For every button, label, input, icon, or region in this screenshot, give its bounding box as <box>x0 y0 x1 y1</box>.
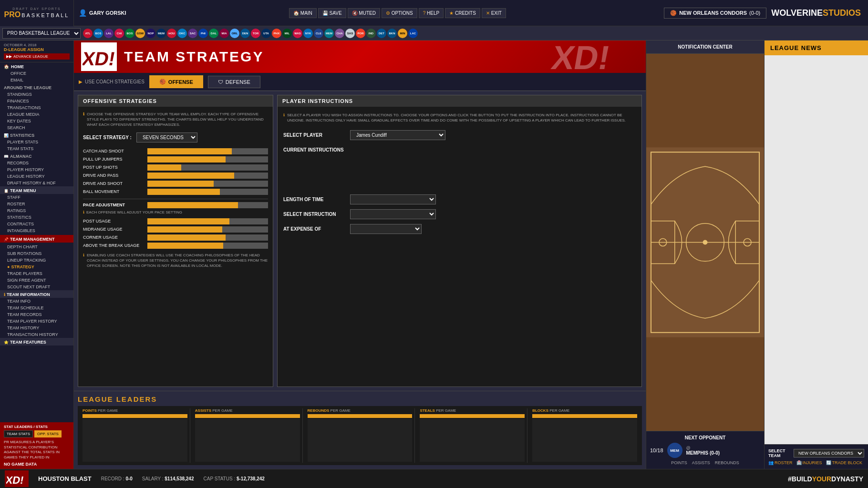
team-icon[interactable]: BOS <box>93 29 103 38</box>
team-icon[interactable]: MEM <box>156 29 166 38</box>
sidebar-item-trade-players[interactable]: TRADE PLAYERS <box>0 270 73 277</box>
expense-select[interactable] <box>350 224 422 234</box>
team-icon[interactable]: ATL <box>83 29 93 38</box>
sidebar-almanac-header[interactable]: 📖 ALMANAC <box>0 152 73 160</box>
sidebar-item-office[interactable]: OFFICE <box>0 70 73 77</box>
use-coach-button[interactable]: ▶ USE COACH STRATEGIES <box>79 79 145 84</box>
sidebar-item-scout-next-draft[interactable]: SCOUT NEXT DRAFT <box>0 284 73 290</box>
sidebar-item-team-schedule[interactable]: TEAM SCHEDULE <box>0 305 73 311</box>
team-icon[interactable]: MIN <box>398 29 407 38</box>
team-icon[interactable]: NOP <box>146 29 155 38</box>
select-team-dropdown[interactable]: NEW ORLEANS CONDORS <box>794 449 864 458</box>
instruction-select[interactable] <box>350 209 436 219</box>
team-icon[interactable]: BKN <box>387 29 397 38</box>
sidebar-item-sub-rotations[interactable]: SUB ROTATIONS <box>0 250 73 257</box>
sidebar-item-transactions[interactable]: TRANSACTIONS <box>0 104 73 111</box>
sidebar-item-key-dates[interactable]: KEY DATES <box>0 118 73 124</box>
team-icon[interactable]: BOS <box>125 29 134 38</box>
strategy-select[interactable]: SEVEN SECONDS MOTION OFFENSE TRIANGLE PR… <box>136 132 197 142</box>
sidebar-item-team-player-history[interactable]: TEAM PLAYER HISTORY <box>0 318 73 325</box>
sidebar-item-email[interactable]: EMAIL <box>0 77 73 83</box>
help-button[interactable]: ? HELP <box>419 8 444 18</box>
length-select[interactable] <box>350 194 436 204</box>
sidebar-team-menu-header[interactable]: 📋 TEAM MENU <box>0 186 73 194</box>
team-icon[interactable]: TOR <box>251 29 260 38</box>
sidebar-item-team-info[interactable]: TEAM INFO <box>0 298 73 305</box>
sidebar-item-intangibles[interactable]: INTANGIBLES <box>0 227 73 234</box>
team-icon[interactable]: NYK <box>303 29 313 38</box>
muted-button[interactable]: 🔇 MUTED <box>348 8 380 18</box>
team-icon[interactable]: CHI <box>114 29 124 38</box>
sidebar-around-header[interactable]: AROUND THE LEAGUE <box>0 83 73 91</box>
sidebar-team-mgmt-header[interactable]: 📌 TEAM MANAGEMENT <box>0 235 73 243</box>
sidebar-item-staff[interactable]: STAFF <box>0 194 73 201</box>
player-select[interactable]: James Cundiff <box>350 130 445 140</box>
credits-button[interactable]: ★ CREDITS <box>445 8 480 18</box>
team-icon[interactable]: PHX <box>272 29 281 38</box>
sidebar-team-info-header[interactable]: ℹ TEAM INFORMATION <box>0 290 73 298</box>
team-icon[interactable]: ORL <box>230 29 239 38</box>
exit-button[interactable]: ✕ EXIT <box>482 8 506 18</box>
team-icon[interactable]: MIA <box>219 29 229 38</box>
team-icon[interactable]: MEM <box>324 29 334 38</box>
sidebar-home-header[interactable]: 🏠 HOME <box>0 62 73 70</box>
team-icon[interactable]: IND <box>366 29 376 38</box>
save-button[interactable]: 💾 SAVE <box>318 8 346 18</box>
main-button[interactable]: 🏠 MAIN <box>289 8 317 18</box>
sidebar-item-lineup-tracking[interactable]: LINEUP TRACKING <box>0 257 73 264</box>
advance-league-button[interactable]: ▶▶ ADVANCE LEAGUE <box>4 53 70 60</box>
team-icon[interactable]: GSW <box>135 29 145 38</box>
team-icon[interactable]: HOU <box>167 29 176 38</box>
sidebar-item-transaction-history[interactable]: TRANSACTION HISTORY <box>0 331 73 338</box>
leaders-grid: POINTS PER GAME ASSISTS PER GAME <box>78 406 642 465</box>
sidebar-item-roster[interactable]: ROSTER <box>0 201 73 207</box>
sidebar-team-features-header[interactable]: ⭐ TEAM FEATURES <box>0 338 73 346</box>
team-icon[interactable]: PHI <box>198 29 208 38</box>
roster-link[interactable]: 👥 ROSTER <box>768 460 793 465</box>
team-icon[interactable]: WAS <box>293 29 302 38</box>
sidebar-item-search[interactable]: SEARCH <box>0 124 73 131</box>
sidebar-item-team-statistics[interactable]: STATISTICS <box>0 214 73 221</box>
team-icon[interactable]: OKC <box>177 29 187 38</box>
sidebar-item-draft-history[interactable]: DRAFT HISTORY & HOF <box>0 180 73 186</box>
sidebar-statistics-header[interactable]: 📊 STATISTICS <box>0 131 73 139</box>
sidebar-item-records[interactable]: RECORDS <box>0 160 73 166</box>
league-select[interactable]: PRO BASKETBALL LEAGUE <box>2 28 81 39</box>
leaders-assists-col: ASSISTS PER GAME <box>193 408 303 463</box>
sidebar-item-team-stats[interactable]: TEAM STATS <box>0 145 73 152</box>
team-icon[interactable]: LAC <box>408 29 418 38</box>
user-icon: 👤 <box>79 9 87 17</box>
opp-stats-button[interactable]: OPP. STATS <box>34 430 62 437</box>
sidebar-item-player-stats[interactable]: PLAYER STATS <box>0 139 73 145</box>
team-logo-small-svg: XD! <box>6 472 28 486</box>
sidebar-item-strategy[interactable]: ● STRATEGY <box>0 264 73 270</box>
sidebar-item-league-media[interactable]: LEAGUE MEDIA <box>0 111 73 118</box>
team-icon[interactable]: DAL <box>209 29 218 38</box>
sidebar-item-team-records[interactable]: TEAM RECORDS <box>0 311 73 318</box>
team-icon[interactable]: LAL <box>104 29 114 38</box>
sidebar-item-ratings[interactable]: RATINGS <box>0 207 73 214</box>
team-icon[interactable]: DEN <box>240 29 250 38</box>
sidebar-item-depth-chart[interactable]: DEPTH CHART <box>0 244 73 250</box>
team-stats-button[interactable]: TEAM STATS <box>4 430 33 437</box>
sidebar-item-player-history[interactable]: PLAYER HISTORY <box>0 166 73 173</box>
defense-tab[interactable]: 🛡 DEFENSE <box>208 76 260 88</box>
team-icon[interactable]: CLE <box>314 29 323 38</box>
team-icon[interactable]: CHA <box>335 29 344 38</box>
team-icon[interactable]: SAC <box>188 29 197 38</box>
team-icon[interactable]: UTA <box>261 29 271 38</box>
team-icon[interactable]: POR <box>356 29 365 38</box>
sidebar-item-standings[interactable]: STANDINGS <box>0 91 73 98</box>
team-icon[interactable]: MIL <box>282 29 292 38</box>
trade-block-link[interactable]: 🔄 TRADE BLOCK <box>826 460 863 465</box>
sidebar-item-contracts[interactable]: CONTRACTS <box>0 221 73 227</box>
sidebar-item-team-history[interactable]: TEAM HISTORY <box>0 325 73 331</box>
injuries-link[interactable]: 🏥 INJURIES <box>796 460 822 465</box>
team-icon[interactable]: DET <box>377 29 386 38</box>
sidebar-item-league-history[interactable]: LEAGUE HISTORY <box>0 173 73 180</box>
offense-tab[interactable]: 🏀 OFFENSE <box>149 75 203 88</box>
options-button[interactable]: ⚙ OPTIONS <box>382 8 417 18</box>
team-icon[interactable]: SAS <box>345 29 355 38</box>
sidebar-item-sign-free-agent[interactable]: SIGN FREE AGENT <box>0 277 73 284</box>
sidebar-item-finances[interactable]: FINANCES <box>0 98 73 104</box>
